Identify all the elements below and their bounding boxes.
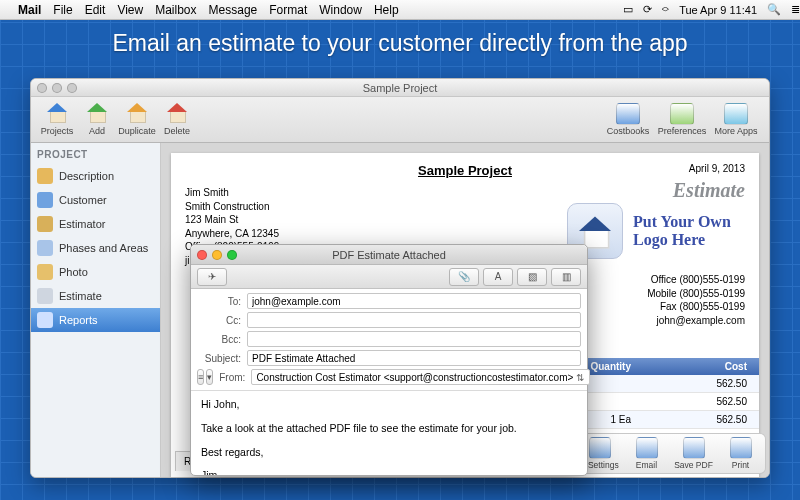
costbooks-button[interactable]: Costbooks — [601, 103, 655, 136]
menu-window[interactable]: Window — [319, 3, 362, 17]
preferences-button[interactable]: Preferences — [655, 103, 709, 136]
app-window-title: Sample Project — [31, 82, 769, 94]
attach-button[interactable]: 📎 — [449, 268, 479, 286]
customer-email: john@example.com — [647, 314, 745, 328]
duplicate-icon — [126, 103, 148, 121]
print-button[interactable]: Print — [718, 437, 763, 470]
table-header-cost: Cost — [637, 358, 759, 375]
bcc-field[interactable] — [247, 331, 581, 347]
add-icon — [86, 103, 108, 121]
paper-plane-icon: ✈ — [208, 271, 216, 282]
sidebar-item-description[interactable]: Description — [31, 164, 160, 188]
more-apps-button[interactable]: More Apps — [709, 103, 763, 136]
sender-name: Jim Smith — [185, 186, 745, 200]
sync-icon[interactable]: ⟳ — [643, 3, 652, 16]
sidebar-item-reports[interactable]: Reports — [31, 308, 160, 332]
fonts-button[interactable]: A — [483, 268, 513, 286]
mail-compose-window: PDF Estimate Attached ✈ 📎 A ▧ ▥ To: Cc: … — [190, 244, 588, 476]
sidebar-item-label: Reports — [59, 314, 98, 326]
sidebar-icon — [37, 312, 53, 328]
projects-button[interactable]: Projects — [37, 103, 77, 136]
menu-edit[interactable]: Edit — [85, 3, 106, 17]
mail-minimize-icon[interactable] — [212, 250, 222, 260]
email-icon — [636, 437, 658, 459]
customer-contact-block: Office (800)555-0199 Mobile (800)555-019… — [647, 273, 745, 327]
mail-close-icon[interactable] — [197, 250, 207, 260]
sidebar-item-estimator[interactable]: Estimator — [31, 212, 160, 236]
sidebar-icon — [37, 192, 53, 208]
paperclip-icon: 📎 — [458, 271, 470, 282]
more-apps-icon — [724, 103, 748, 125]
mail-signature: Jim — [201, 468, 577, 475]
header-menu-button[interactable]: ▾ — [206, 369, 213, 385]
menubar-app-name[interactable]: Mail — [18, 3, 41, 17]
sidebar-item-label: Estimate — [59, 290, 102, 302]
to-field[interactable] — [247, 293, 581, 309]
mail-zoom-icon[interactable] — [227, 250, 237, 260]
sidebar-item-photo[interactable]: Photo — [31, 260, 160, 284]
columns-icon: ▥ — [562, 271, 571, 282]
sidebar-item-estimate[interactable]: Estimate — [31, 284, 160, 308]
mail-toolbar: ✈ 📎 A ▧ ▥ — [191, 265, 587, 289]
zoom-window-icon[interactable] — [67, 83, 77, 93]
estimate-heading: Estimate — [673, 179, 745, 202]
menu-format[interactable]: Format — [269, 3, 307, 17]
sidebar-item-label: Estimator — [59, 218, 105, 230]
mail-headers: To: Cc: Bcc: Subject: ≡ ▾ From: Construc… — [191, 289, 587, 390]
sidebar-item-label: Phases and Areas — [59, 242, 148, 254]
menu-help[interactable]: Help — [374, 3, 399, 17]
send-button[interactable]: ✈ — [197, 268, 227, 286]
sidebar-item-label: Photo — [59, 266, 88, 278]
chevron-updown-icon: ⇅ — [573, 372, 587, 383]
photo-browser-button[interactable]: ▧ — [517, 268, 547, 286]
app-titlebar: Sample Project — [31, 79, 769, 97]
mail-greeting: Hi John, — [201, 397, 577, 413]
sidebar-icon — [37, 240, 53, 256]
subject-label: Subject: — [197, 353, 241, 364]
costbooks-icon — [616, 103, 640, 125]
sidebar-icon — [37, 216, 53, 232]
menu-mailbox[interactable]: Mailbox — [155, 3, 196, 17]
preferences-icon — [670, 103, 694, 125]
from-account-value: Construction Cost Estimator <support@con… — [256, 372, 573, 383]
cc-field[interactable] — [247, 312, 581, 328]
spotlight-icon[interactable]: 🔍 — [767, 3, 781, 16]
logo-placeholder-text: Put Your Own Logo Here — [633, 213, 745, 248]
wifi-icon[interactable]: ⌔ — [662, 4, 669, 16]
table-row: 562.50 — [579, 393, 759, 411]
save-pdf-icon — [683, 437, 705, 459]
email-button[interactable]: Email — [624, 437, 669, 470]
add-button[interactable]: Add — [77, 103, 117, 136]
to-label: To: — [197, 296, 241, 307]
duplicate-button[interactable]: Duplicate — [117, 103, 157, 136]
table-row: 562.50 — [579, 375, 759, 393]
notifications-icon[interactable]: ≣ — [791, 3, 800, 16]
delete-button[interactable]: Delete — [157, 103, 197, 136]
sidebar-header: PROJECT — [37, 149, 154, 160]
bcc-label: Bcc: — [197, 334, 241, 345]
project-sidebar: PROJECT DescriptionCustomerEstimatorPhas… — [31, 143, 161, 477]
customer-mobile-phone: Mobile (800)555-0199 — [647, 287, 745, 301]
mail-body-line: Take a look at the attached PDF file to … — [201, 421, 577, 437]
show-stationery-button[interactable]: ▥ — [551, 268, 581, 286]
sidebar-item-label: Description — [59, 170, 114, 182]
from-account-select[interactable]: Construction Cost Estimator <support@con… — [251, 369, 590, 385]
header-options-button[interactable]: ≡ — [197, 369, 204, 385]
sidebar-item-phases-and-areas[interactable]: Phases and Areas — [31, 236, 160, 260]
close-window-icon[interactable] — [37, 83, 47, 93]
mac-menubar: Mail FileEditViewMailboxMessageFormatWin… — [0, 0, 800, 20]
sidebar-icon — [37, 168, 53, 184]
menu-view[interactable]: View — [117, 3, 143, 17]
subject-field[interactable] — [247, 350, 581, 366]
menu-message[interactable]: Message — [209, 3, 258, 17]
save-pdf-button[interactable]: Save PDF — [671, 437, 716, 470]
sidebar-item-customer[interactable]: Customer — [31, 188, 160, 212]
font-icon: A — [495, 271, 502, 282]
mail-regards: Best regards, — [201, 445, 577, 461]
mail-body[interactable]: Hi John, Take a look at the attached PDF… — [191, 390, 587, 475]
minimize-window-icon[interactable] — [52, 83, 62, 93]
menu-file[interactable]: File — [53, 3, 72, 17]
airplay-icon[interactable]: ▭ — [623, 3, 633, 16]
document-title: Sample Project — [185, 163, 745, 178]
sidebar-icon — [37, 288, 53, 304]
